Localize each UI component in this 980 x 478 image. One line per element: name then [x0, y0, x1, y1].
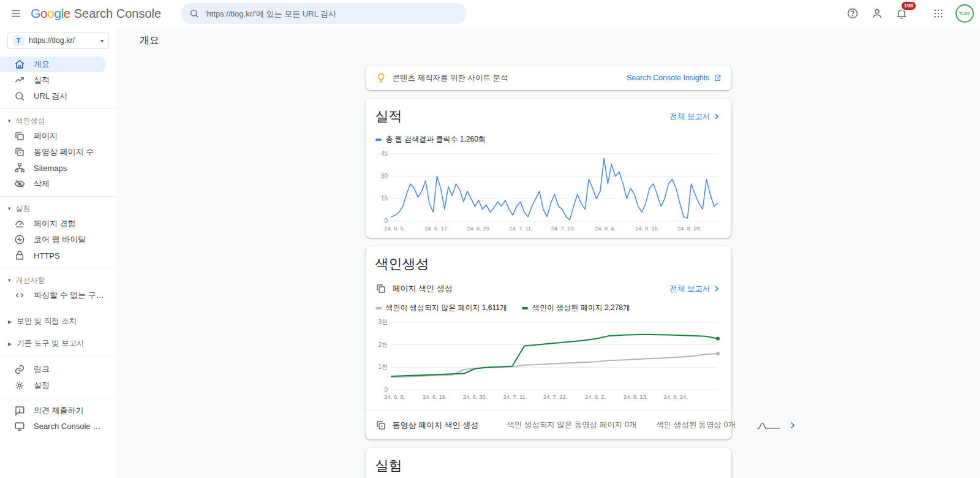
search-icon	[189, 9, 199, 18]
sidebar-item-label: 의견 제출하기	[34, 405, 84, 416]
svg-text:24. 7. 11.: 24. 7. 11.	[509, 225, 533, 232]
sidebar-section-experience[interactable]: ▾ 실험	[0, 201, 116, 216]
menu-button[interactable]	[5, 2, 27, 25]
performance-title: 실적	[375, 107, 402, 126]
sidebar-item-label: Sitemaps	[34, 164, 67, 173]
legend-marker	[375, 138, 382, 141]
indexing-title: 색인생성	[366, 255, 731, 273]
pulse-icon	[14, 234, 25, 245]
section-label: 기존 도구 및 보고서	[17, 338, 84, 349]
url-inspect-searchbar[interactable]	[181, 3, 467, 24]
chevron-right-icon	[712, 112, 722, 121]
insights-link-label: Search Console Insights	[627, 74, 710, 82]
video-pages-icon	[375, 420, 386, 431]
lock-icon	[14, 250, 25, 261]
sidebar-item-https[interactable]: HTTPS	[0, 248, 107, 264]
performance-full-report-link[interactable]: 전체 보고서	[670, 112, 722, 122]
sidebar-item-label: 페이지	[34, 131, 58, 142]
chevron-right-icon[interactable]	[787, 420, 798, 431]
section-label: 개선사항	[16, 275, 45, 286]
gear-icon	[14, 380, 25, 391]
divider	[0, 268, 116, 268]
apps-grid-button[interactable]	[927, 2, 949, 25]
property-selector[interactable]: T https://tlog.kr/ ▾	[7, 32, 109, 49]
svg-text:24. 8. 24.: 24. 8. 24.	[663, 393, 688, 400]
sitemap-icon	[14, 162, 25, 173]
notifications-button[interactable]: 198	[891, 2, 913, 25]
svg-text:24. 6. 30.: 24. 6. 30.	[462, 393, 487, 400]
search-icon	[14, 91, 25, 102]
svg-text:0: 0	[384, 218, 388, 224]
external-link-icon	[714, 74, 722, 82]
hamburger-icon	[10, 8, 21, 19]
sidebar-item-label: Search Console 정보	[34, 421, 107, 432]
performance-chart[interactable]: 015304524. 6. 5.24. 6. 17.24. 6. 29.24. …	[375, 151, 722, 233]
legend-marker	[375, 307, 382, 309]
full-report-label: 전체 보고서	[670, 284, 710, 294]
insights-banner-text: 콘텐츠 제작자를 위한 사이트 분석	[393, 73, 621, 83]
expand-icon: ▾	[8, 205, 11, 211]
sidebar-item-pages[interactable]: 페이지	[0, 128, 107, 144]
video-indexing-row[interactable]: 동영상 페이지 색인 생성 색인 생성되지 않은 동영상 페이지 0개 색인 생…	[366, 410, 731, 439]
svg-text:24. 7. 23.: 24. 7. 23.	[551, 225, 575, 232]
logo-google: Google	[31, 6, 70, 21]
sidebar-item-overview[interactable]: 개요	[0, 56, 107, 72]
sidebar-section-indexing[interactable]: ▾ 색인생성	[0, 113, 116, 128]
sidebar-item-video-pages[interactable]: 동영상 페이지 수	[0, 144, 107, 160]
performance-card: 실적 전체 보고서 총 웹 검색결과 클릭수 1,260회 015304524.…	[366, 99, 731, 238]
sidebar-item-label: HTTPS	[34, 251, 60, 260]
indexing-pages-label: 페이지 색인 생성	[393, 283, 453, 294]
chevron-down-icon: ▾	[100, 37, 104, 44]
svg-text:24. 8. 16.: 24. 8. 16.	[635, 225, 660, 232]
sidebar-section-security-manual-actions[interactable]: ▸ 보안 및 직접 조치	[0, 312, 116, 330]
video-not-indexed-count: 색인 생성되지 않은 동영상 페이지 0개	[507, 420, 636, 430]
sidebar-item-url-inspection[interactable]: URL 검사	[0, 88, 107, 104]
sidebar-item-label: 개요	[34, 59, 50, 70]
expand-icon: ▾	[8, 277, 11, 283]
video-indexing-label: 동영상 페이지 색인 생성	[393, 420, 479, 431]
indexing-chart[interactable]: 01천2천3천24. 6. 8.24. 6. 19.24. 6. 30.24. …	[366, 319, 712, 401]
divider	[0, 398, 116, 398]
manage-account-button[interactable]	[866, 2, 888, 25]
sidebar-item-about[interactable]: Search Console 정보	[0, 419, 107, 434]
sidebar-section-enhancements[interactable]: ▾ 개선사항	[0, 273, 116, 287]
code-icon	[14, 290, 25, 301]
indexing-card: 색인생성 페이지 색인 생성 전체 보고서 색인이 생성되지 않은 페이지 1,…	[366, 246, 731, 439]
sidebar-item-settings[interactable]: 설정	[0, 377, 107, 393]
property-favicon: T	[13, 35, 24, 46]
sidebar-item-sitemaps[interactable]: Sitemaps	[0, 160, 107, 176]
sidebar-item-core-web-vitals[interactable]: 코어 웹 바이탈	[0, 232, 107, 248]
indexing-full-report-link[interactable]: 전체 보고서	[670, 284, 722, 294]
insights-banner: 콘텐츠 제작자를 위한 사이트 분석 Search Console Insigh…	[366, 66, 731, 90]
sidebar-section-legacy-tools[interactable]: ▸ 기존 도구 및 보고서	[0, 334, 116, 352]
svg-text:24. 8. 2.: 24. 8. 2.	[584, 393, 605, 400]
sidebar-item-feedback[interactable]: 의견 제출하기	[0, 403, 107, 419]
svg-text:0: 0	[384, 386, 388, 393]
sidebar-item-removals[interactable]: 삭제	[0, 176, 107, 192]
video-pages-icon	[14, 146, 25, 157]
sidebar-item-label: 동영상 페이지 수	[34, 146, 94, 157]
account-avatar[interactable]: TLOG	[956, 4, 974, 23]
pages-icon	[14, 131, 25, 142]
manage-account-icon	[871, 7, 883, 20]
experience-card: 실험	[366, 448, 731, 478]
feedback-icon	[14, 405, 25, 416]
link-icon	[14, 364, 25, 375]
sidebar-item-page-experience[interactable]: 페이지 경험	[0, 216, 107, 232]
svg-text:24. 6. 29.: 24. 6. 29.	[467, 225, 491, 232]
sidebar-item-label: 실적	[34, 75, 50, 86]
svg-text:24. 6. 5.: 24. 6. 5.	[384, 225, 405, 232]
sidebar-item-performance[interactable]: 실적	[0, 72, 107, 88]
sidebar-item-unparsable-structured-data[interactable]: 파싱할 수 없는 구조화된 ...	[0, 287, 107, 303]
section-label: 색인생성	[16, 116, 45, 126]
sidebar-item-links[interactable]: 링크	[0, 362, 107, 377]
insights-link[interactable]: Search Console Insights	[627, 74, 722, 82]
help-button[interactable]	[842, 2, 864, 25]
expand-icon: ▾	[8, 118, 11, 124]
sidebar-item-label: URL 검사	[34, 91, 67, 102]
svg-text:15: 15	[380, 195, 388, 202]
legend-label: 색인이 생성된 페이지 2,278개	[532, 303, 630, 313]
legend-marker	[522, 307, 528, 309]
url-inspect-input[interactable]	[205, 9, 458, 18]
full-report-label: 전체 보고서	[670, 112, 710, 122]
